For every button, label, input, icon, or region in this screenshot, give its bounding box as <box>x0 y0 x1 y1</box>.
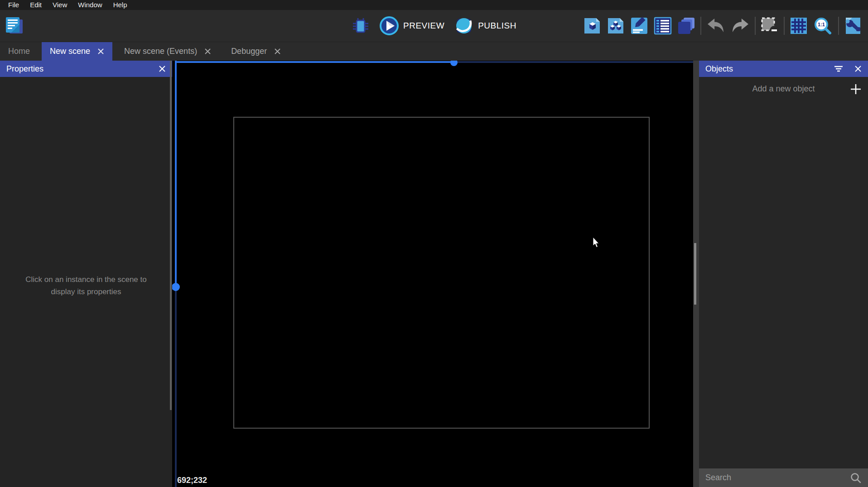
svg-text:1:1: 1:1 <box>818 22 825 27</box>
debug-icon[interactable] <box>352 17 370 35</box>
close-icon[interactable] <box>854 65 862 72</box>
canvas-vertical-scroll-handle[interactable] <box>172 283 180 291</box>
tab-home[interactable]: Home <box>0 42 38 61</box>
edit-object-groups-icon[interactable] <box>606 16 625 35</box>
menubar: File Edit View Window Help <box>0 0 868 10</box>
search-input[interactable] <box>705 473 850 482</box>
close-icon[interactable] <box>159 65 166 72</box>
properties-panel: Properties Click on an instance in the s… <box>0 61 172 487</box>
objects-panel-title: Objects <box>705 64 733 74</box>
properties-panel-header: Properties <box>0 61 172 77</box>
tab-debugger[interactable]: Debugger <box>223 42 289 61</box>
objects-search-bar <box>699 468 868 487</box>
scene-canvas[interactable]: 692;232 <box>172 61 693 487</box>
toolbar-separator <box>784 17 785 35</box>
close-icon[interactable] <box>97 48 104 55</box>
objects-panel: Objects Add a new object <box>699 61 868 487</box>
tab-new-scene-events[interactable]: New scene (Events) <box>116 42 219 61</box>
layers-icon[interactable] <box>677 16 696 35</box>
properties-panel-body: Click on an instance in the scene to dis… <box>0 77 172 487</box>
publish-label: PUBLISH <box>478 21 516 31</box>
menu-item-view[interactable]: View <box>48 0 72 10</box>
zoom-one-to-one-icon[interactable]: 1:1 <box>813 16 834 35</box>
properties-scrollbar[interactable] <box>170 61 172 410</box>
edit-objects-icon[interactable] <box>583 16 602 35</box>
toolbar-separator <box>838 17 839 35</box>
tab-new-scene-events-label: New scene (Events) <box>124 47 197 56</box>
scene-settings-wrench-icon[interactable] <box>844 16 863 35</box>
app-logo-icon[interactable] <box>4 15 24 36</box>
objects-panel-header: Objects <box>699 61 868 77</box>
canvas-horizontal-scroll-handle[interactable] <box>450 61 458 66</box>
toolbar-separator <box>700 17 701 35</box>
scene-window-bounds <box>233 117 650 429</box>
play-circle-icon <box>379 15 400 36</box>
properties-panel-title: Properties <box>6 64 43 74</box>
preview-label: PREVIEW <box>403 21 444 31</box>
menu-item-window[interactable]: Window <box>73 0 106 10</box>
canvas-vertical-scrollbar[interactable] <box>175 61 177 287</box>
tab-new-scene[interactable]: New scene <box>42 42 112 61</box>
tab-debugger-label: Debugger <box>231 47 267 56</box>
close-icon[interactable] <box>274 48 281 55</box>
tab-home-label: Home <box>8 47 30 56</box>
redo-icon[interactable] <box>730 18 750 34</box>
toolbar: PREVIEW PUBLISH <box>0 10 868 42</box>
canvas-horizontal-scrollbar-rest[interactable] <box>454 61 693 63</box>
gdevelop-app: File Edit View Window Help <box>0 0 868 487</box>
preview-button[interactable]: PREVIEW <box>379 15 444 36</box>
toolbar-center: PREVIEW PUBLISH <box>352 10 516 42</box>
add-new-object-button[interactable]: Add a new object <box>699 77 868 100</box>
close-icon[interactable] <box>204 48 211 55</box>
tab-new-scene-label: New scene <box>50 47 90 56</box>
add-new-object-label: Add a new object <box>752 84 815 94</box>
filter-icon[interactable] <box>834 65 844 72</box>
grid-icon[interactable] <box>789 16 808 35</box>
toolbar-right: 1:1 <box>583 16 868 35</box>
cursor-coordinates: 692;232 <box>177 476 207 485</box>
tabbar: Home New scene New scene (Events) Debugg… <box>0 42 868 61</box>
canvas-horizontal-scrollbar[interactable] <box>175 61 454 63</box>
divider-scrollbar-thumb[interactable] <box>694 243 696 305</box>
plus-icon[interactable] <box>850 83 862 95</box>
toolbar-separator <box>755 17 756 35</box>
edit-scene-properties-icon[interactable] <box>630 16 649 35</box>
properties-empty-message: Click on an instance in the scene to dis… <box>0 273 172 298</box>
canvas-vertical-scrollbar-rest[interactable] <box>175 287 177 487</box>
publish-globe-icon <box>453 15 474 36</box>
publish-button[interactable]: PUBLISH <box>453 15 516 36</box>
menu-item-file[interactable]: File <box>4 0 24 10</box>
menu-item-edit[interactable]: Edit <box>25 0 46 10</box>
instances-list-icon[interactable] <box>653 16 672 35</box>
objects-list-empty-area <box>699 100 868 468</box>
mouse-cursor-icon <box>593 237 601 250</box>
main-area: Properties Click on an instance in the s… <box>0 61 868 487</box>
deselect-icon[interactable] <box>760 16 779 35</box>
menu-item-help[interactable]: Help <box>109 0 132 10</box>
undo-icon[interactable] <box>706 18 726 34</box>
canvas-objects-divider[interactable] <box>693 61 699 487</box>
search-icon[interactable] <box>850 472 862 484</box>
